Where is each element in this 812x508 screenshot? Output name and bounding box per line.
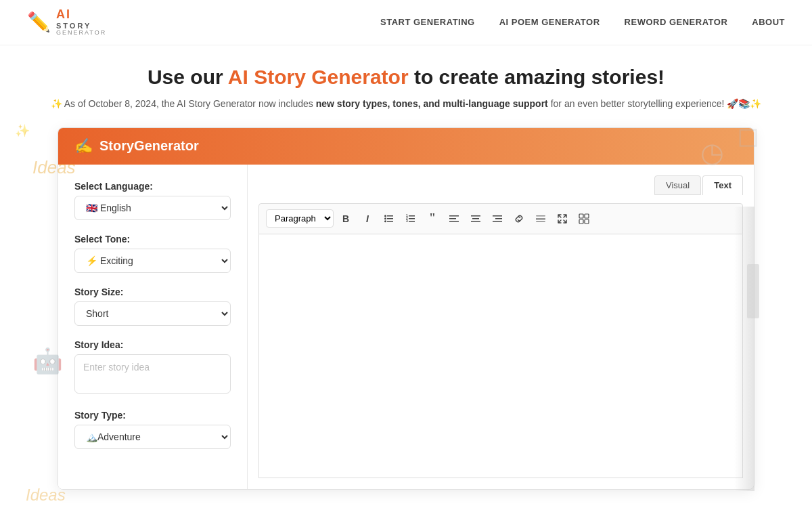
editor-toolbar: Paragraph Heading 1 Heading 2 B I 123 ": [258, 203, 743, 234]
hero-title-before: Use our: [148, 66, 228, 88]
toolbar-bullet-list-button[interactable]: [380, 209, 399, 228]
nav-reword[interactable]: REWORD GENERATOR: [625, 17, 728, 27]
svg-rect-16: [472, 218, 479, 219]
nav-start-generating[interactable]: START GENERATING: [380, 17, 475, 27]
svg-rect-14: [449, 221, 459, 222]
svg-rect-15: [471, 215, 480, 217]
svg-rect-8: [409, 221, 415, 222]
logo-text: AI STORY GENERATOR: [56, 8, 106, 37]
svg-rect-25: [585, 214, 589, 218]
toolbar-align-left-button[interactable]: [445, 209, 464, 228]
svg-rect-19: [495, 218, 502, 219]
svg-text:3: 3: [406, 219, 408, 223]
hero-title-highlight: AI Story Generator: [228, 66, 409, 88]
svg-rect-6: [409, 215, 415, 217]
story-size-group: Story Size: Short Medium Long Very Long: [74, 287, 231, 326]
toolbar-expand-button[interactable]: [553, 209, 572, 228]
svg-rect-12: [449, 215, 459, 217]
left-sidebar: Select Language: 🇬🇧 English 🇪🇸 Spanish 🇫…: [58, 165, 248, 489]
story-generator-panel: ✍️ StoryGenerator Select Language: 🇬🇧 En…: [58, 127, 754, 490]
svg-rect-23: [536, 221, 545, 222]
toolbar-blockquote-button[interactable]: ": [423, 209, 442, 228]
svg-point-4: [384, 217, 386, 219]
svg-rect-0: [387, 215, 393, 217]
language-group: Select Language: 🇬🇧 English 🇪🇸 Spanish 🇫…: [74, 181, 231, 220]
svg-point-3: [384, 215, 386, 217]
svg-rect-18: [493, 215, 502, 217]
toolbar-italic-button[interactable]: I: [358, 209, 377, 228]
navbar: ✏️ AI STORY GENERATOR START GENERATING A…: [0, 0, 812, 45]
svg-rect-2: [387, 221, 393, 222]
announcement-suffix: for an even better storytelling experien…: [548, 98, 725, 109]
right-editor: Visual Text Paragraph Heading 1 Heading …: [248, 165, 754, 489]
story-type-select[interactable]: 🏔️Adventure 🔮Fantasy 💕Romance 🔍Mystery 🚀…: [74, 425, 231, 449]
svg-rect-20: [493, 221, 502, 222]
story-idea-label: Story Idea:: [74, 339, 231, 350]
panel-header: ✍️ StoryGenerator: [58, 128, 754, 165]
announcement-emoji-right: 🚀📚✨: [727, 98, 761, 109]
nav-about[interactable]: ABOUT: [752, 17, 785, 27]
announcement-emoji-left: ✨: [51, 98, 62, 109]
hero-title-after: to create amazing stories!: [409, 66, 664, 88]
toolbar-align-right-button[interactable]: [488, 209, 507, 228]
svg-rect-17: [471, 221, 480, 222]
tab-visual[interactable]: Visual: [654, 175, 701, 195]
hero-section: ✨ Ideas ◻ ◷ 🤖 Ideas Use our AI Story Gen…: [0, 45, 812, 118]
story-type-label: Story Type:: [74, 410, 231, 421]
main-panel-wrapper: ✍️ StoryGenerator Select Language: 🇬🇧 En…: [0, 127, 812, 490]
editor-tabs: Visual Text: [258, 175, 743, 195]
svg-point-5: [384, 220, 386, 222]
panel-body: Select Language: 🇬🇧 English 🇪🇸 Spanish 🇫…: [58, 165, 754, 489]
language-label: Select Language:: [74, 181, 231, 192]
logo[interactable]: ✏️ AI STORY GENERATOR: [27, 8, 106, 37]
toolbar-numbered-list-button[interactable]: 123: [401, 209, 420, 228]
toolbar-divider-button[interactable]: [531, 209, 550, 228]
toolbar-align-center-button[interactable]: [466, 209, 485, 228]
panel-title: StoryGenerator: [99, 138, 199, 154]
editor-content[interactable]: [258, 234, 743, 478]
story-size-select[interactable]: Short Medium Long Very Long: [74, 301, 231, 326]
announcement-bold: new story types, tones, and multi-langua…: [316, 98, 548, 109]
svg-rect-13: [449, 218, 456, 219]
story-idea-group: Story Idea:: [74, 339, 231, 396]
logo-ai: AI: [56, 8, 106, 22]
logo-icon: ✏️: [27, 11, 51, 33]
announcement-prefix: As of October 8, 2024, the AI Story Gene…: [64, 98, 316, 109]
toolbar-link-button[interactable]: [510, 209, 528, 228]
svg-rect-22: [536, 215, 545, 217]
toolbar-bold-button[interactable]: B: [336, 209, 355, 228]
hero-announcement: ✨ As of October 8, 2024, the AI Story Ge…: [27, 97, 785, 111]
tab-text[interactable]: Text: [702, 175, 743, 195]
svg-rect-1: [387, 218, 393, 219]
svg-rect-21: [536, 218, 545, 219]
story-size-label: Story Size:: [74, 287, 231, 297]
language-select[interactable]: 🇬🇧 English 🇪🇸 Spanish 🇫🇷 French: [74, 196, 231, 220]
toolbar-paragraph-select[interactable]: Paragraph Heading 1 Heading 2: [266, 209, 334, 228]
tone-select-wrapper: ⚡ Exciting 😊 Happy 😢 Sad 😱 Scary: [74, 249, 231, 273]
nav-ai-poem[interactable]: AI POEM GENERATOR: [499, 17, 600, 27]
story-type-group: Story Type: 🏔️Adventure 🔮Fantasy 💕Romanc…: [74, 410, 231, 449]
svg-rect-7: [409, 218, 415, 219]
svg-rect-26: [579, 219, 583, 224]
tone-group: Select Tone: ⚡ Exciting 😊 Happy 😢 Sad 😱 …: [74, 234, 231, 273]
hero-title: Use our AI Story Generator to create ama…: [27, 66, 785, 89]
story-idea-input[interactable]: [74, 354, 231, 394]
logo-generator: GENERATOR: [56, 30, 106, 37]
nav-links: START GENERATING AI POEM GENERATOR REWOR…: [380, 17, 785, 27]
toolbar-grid-button[interactable]: [574, 209, 593, 228]
panel-header-icon: ✍️: [74, 137, 93, 155]
tone-select[interactable]: ⚡ Exciting 😊 Happy 😢 Sad 😱 Scary: [74, 249, 231, 273]
svg-rect-24: [579, 214, 583, 218]
tone-label: Select Tone:: [74, 234, 231, 245]
svg-rect-27: [585, 219, 589, 224]
